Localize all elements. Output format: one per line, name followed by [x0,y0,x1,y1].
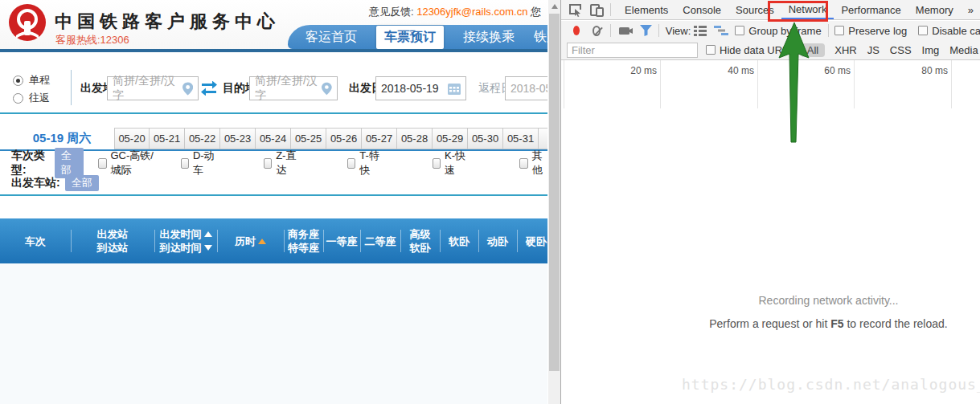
calendar-icon[interactable] [448,83,461,95]
col-hard-sleeper[interactable]: 硬卧 [517,218,547,263]
filter-type-css[interactable]: CSS [890,44,912,56]
filter-d-label: D-动车 [193,149,217,178]
date-tab[interactable]: 05-25 [291,128,326,149]
filter-t[interactable]: T-特快 [347,149,383,178]
preserve-log-checkbox[interactable]: Preserve log [834,25,907,37]
col-train-number[interactable]: 车次 [0,218,71,263]
timeline-gridline [951,60,952,108]
checkbox[interactable] [834,26,844,35]
page-scrollbar[interactable] [548,0,560,404]
checkbox[interactable] [98,158,106,169]
checkbox[interactable] [264,158,272,169]
group-by-frame-label: Group by frame [748,25,821,37]
one-way-radio-circle[interactable] [13,75,23,86]
filter-type-xhr[interactable]: XHR [834,44,856,56]
timeline-tick: 40 ms [706,65,754,76]
railway-site-panel: 中国铁路客户服务中心 客服热线:12306 意见反馈: 12306yjfk@ra… [0,0,547,404]
separator [828,24,829,37]
tab-network[interactable]: Network [781,0,834,19]
tab-performance[interactable]: Performance [834,0,908,19]
network-filter-input[interactable] [567,43,698,58]
one-way-radio[interactable]: 单程 [13,71,50,89]
col-times-sort[interactable]: 出发时间 到达时间 [154,218,217,263]
tab-elements[interactable]: Elements [617,0,675,19]
tab-sources[interactable]: Sources [728,0,781,19]
from-input[interactable]: 简拼/全拼/汉字 [107,76,199,100]
clear-icon[interactable] [593,26,601,36]
filter-type-img[interactable]: Img [922,44,940,56]
nav-item-transfer[interactable]: 接续换乘 [463,29,515,46]
capture-screenshots-icon[interactable] [619,23,633,38]
device-toolbar-icon[interactable] [590,2,605,17]
date-tab-cut[interactable]: 0 [539,128,547,149]
tab-memory[interactable]: Memory [908,0,961,19]
date-tab[interactable]: 05-21 [150,128,185,149]
date-tab[interactable]: 05-28 [397,128,433,149]
more-tabs-chevron[interactable]: » [961,0,980,19]
inspect-element-icon[interactable] [568,2,583,17]
scrollbar-up-arrow-icon[interactable] [548,0,560,12]
checkbox[interactable] [706,45,716,55]
nav-item-railway[interactable]: 铁路 [534,29,547,46]
nav-item-ticket-booking[interactable]: 车票预订 [376,26,444,49]
date-tab[interactable]: 05-24 [256,128,291,149]
col-second-class[interactable]: 二等座 [360,218,400,263]
col-soft-sleeper[interactable]: 软卧 [440,218,478,263]
filter-gc[interactable]: GC-高铁/城际 [98,149,160,178]
date-tab[interactable]: 05-26 [326,128,362,149]
col-label: 出发站 [97,227,129,241]
filter-z[interactable]: Z-直达 [264,149,299,178]
round-trip-radio[interactable]: 往返 [13,89,50,107]
filter-other[interactable]: 其他 [519,149,547,178]
filter-type-js[interactable]: JS [867,44,880,56]
col-emu-sleeper[interactable]: 动卧 [478,218,517,263]
filter-funnel-icon[interactable] [640,23,652,38]
view-waterfall-icon[interactable] [714,23,728,38]
main-nav: 客运首页 车票预订 接续换乘 铁路 [305,25,547,49]
feedback-email-link[interactable]: 12306yjfk@rails.com.cn [416,6,527,18]
sort-up-active-icon[interactable] [258,239,266,244]
scrollbar-thumb[interactable] [549,14,560,371]
trip-type-group: 单程 往返 [13,71,50,107]
one-way-label: 单程 [29,73,50,88]
col-duration-sort[interactable]: 历时 [217,218,284,263]
filter-k[interactable]: K-快速 [433,149,469,178]
to-input[interactable]: 简拼/全拼/汉字 [249,76,338,100]
depart-date-input[interactable]: 2018-05-19 [375,76,466,100]
disable-cache-checkbox[interactable]: Disable ca [918,25,980,37]
filter-d[interactable]: D-动车 [181,149,217,178]
checkbox[interactable] [519,158,527,169]
view-list-icon[interactable] [694,23,707,38]
depart-station-all-button[interactable]: 全部 [65,175,99,191]
checkbox[interactable] [347,158,355,169]
col-stations[interactable]: 出发站 到达站 [71,218,154,263]
col-business-seat[interactable]: 商务座 特等座 [284,218,323,263]
date-tab[interactable]: 05-22 [185,128,220,149]
date-tab[interactable]: 05-20 [114,128,150,149]
date-tab[interactable]: 05-23 [220,128,256,149]
timeline-gridline [757,60,758,108]
filter-type-media[interactable]: Media [949,44,978,56]
return-date-input: 2018-05- [505,76,547,100]
col-first-class[interactable]: 一等座 [323,218,360,263]
date-tab[interactable]: 05-31 [503,128,539,149]
train-type-label: 车次类型: [11,149,50,178]
filter-type-all[interactable]: All [801,43,825,57]
round-trip-radio-circle[interactable] [13,93,23,104]
checkbox[interactable] [918,26,928,35]
nav-item-home[interactable]: 客运首页 [305,29,357,46]
col-deluxe-sleeper[interactable]: 高级 软卧 [400,218,440,263]
sort-down-icon[interactable] [204,245,212,251]
date-tab[interactable]: 05-29 [433,128,468,149]
date-tab[interactable]: 05-27 [362,128,397,149]
hide-data-urls-checkbox[interactable]: Hide data URLs [706,44,793,56]
tab-console[interactable]: Console [675,0,728,19]
swap-stations-icon[interactable] [200,81,218,96]
date-tab[interactable]: 05-30 [468,128,503,149]
sort-up-icon[interactable] [204,231,212,237]
checkbox[interactable] [735,26,744,35]
record-button[interactable] [573,26,580,35]
checkbox[interactable] [181,158,189,169]
group-by-frame-checkbox[interactable]: Group by frame [735,25,821,37]
checkbox[interactable] [433,158,441,169]
